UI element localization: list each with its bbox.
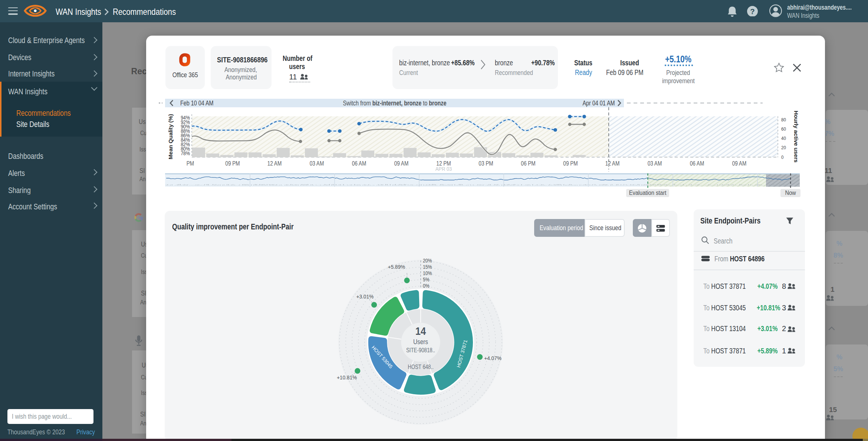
svg-text:Hourly active users: Hourly active users	[793, 110, 799, 162]
svg-text:09 AM: 09 AM	[732, 160, 747, 166]
svg-text:+4.07%: +4.07%	[484, 355, 502, 361]
svg-text:Feb 10 04 AM: Feb 10 04 AM	[180, 99, 214, 106]
svg-text:78%: 78%	[181, 150, 190, 156]
svg-text:PM: PM	[187, 160, 194, 166]
svg-text:15%: 15%	[423, 264, 432, 270]
svg-text:Apr 04 01 AM: Apr 04 01 AM	[582, 99, 615, 106]
svg-text:?: ?	[750, 7, 754, 15]
svg-text:03 PM: 03 PM	[479, 160, 493, 166]
svg-text:Evaluation start: Evaluation start	[629, 189, 667, 196]
svg-text:20%: 20%	[423, 257, 432, 263]
svg-text:40: 40	[781, 135, 786, 141]
svg-text:20: 20	[781, 145, 786, 150]
svg-text:09 PM: 09 PM	[563, 160, 578, 166]
svg-text:80: 80	[781, 117, 786, 122]
svg-text:60: 60	[781, 126, 786, 131]
svg-text:09 AM: 09 AM	[394, 160, 409, 166]
svg-text:06 PM: 06 PM	[521, 160, 535, 166]
svg-text:Now: Now	[785, 189, 796, 196]
svg-text:03 AM: 03 AM	[648, 160, 662, 166]
svg-text:03 AM: 03 AM	[310, 160, 324, 166]
svg-text:0: 0	[781, 154, 783, 160]
svg-text:09 PM: 09 PM	[225, 160, 240, 166]
svg-text:Users: Users	[413, 338, 428, 345]
svg-text:10%: 10%	[423, 270, 432, 276]
svg-text:Mean Quality (%): Mean Quality (%)	[168, 114, 174, 159]
svg-text:+10.81%: +10.81%	[337, 374, 357, 380]
svg-text:14: 14	[415, 324, 426, 337]
svg-text:0%: 0%	[423, 282, 430, 288]
svg-text:12 AM: 12 AM	[605, 160, 620, 166]
svg-text:+3.01%: +3.01%	[356, 293, 374, 299]
svg-text:06 AM: 06 AM	[352, 160, 366, 166]
svg-text:12 AM: 12 AM	[267, 160, 282, 166]
svg-text:APR 03: APR 03	[435, 165, 452, 172]
svg-text:+5.89%: +5.89%	[388, 263, 405, 270]
svg-text:Switch from biz-internet, bron: Switch from biz-internet, bronze to bron…	[343, 99, 447, 106]
svg-text:06 AM: 06 AM	[690, 160, 704, 166]
svg-text:HOST 648..: HOST 648..	[408, 363, 434, 370]
svg-text:SITE-90818..: SITE-90818..	[406, 347, 435, 353]
svg-text:5%: 5%	[423, 276, 430, 282]
